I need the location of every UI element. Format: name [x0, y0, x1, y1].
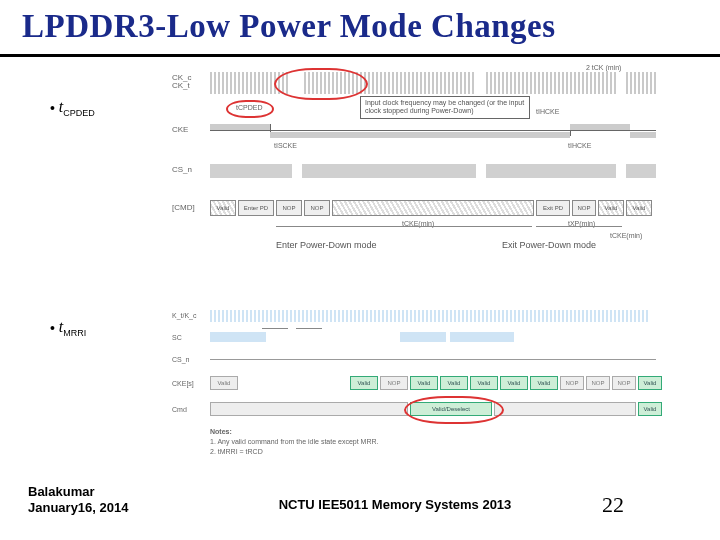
- slide-title: LPDDR3-Low Power Mode Changes: [22, 8, 556, 45]
- d2-track-sc: [210, 332, 656, 342]
- timing-diagram-tcpded: CK_c CK_t 2 tCK (min) CKE tCPDED Input c…: [166, 72, 662, 248]
- d2-track-ck: [210, 310, 656, 320]
- lane-cke: [210, 124, 656, 138]
- d2-label-sc: SC: [172, 334, 182, 341]
- label-tiscke: tISCKE: [274, 142, 297, 149]
- span-tckemin: [276, 226, 532, 227]
- d2-arrow-1: [262, 328, 288, 329]
- d2-label-ck: K_t/K_c: [172, 312, 197, 319]
- highlight-oval-cmd: [404, 396, 504, 424]
- label-tihcke: tIHCKE: [536, 108, 559, 115]
- cmd-nop-3: NOP: [572, 200, 596, 216]
- bullet-tcpded: • tCPDED: [50, 98, 95, 118]
- cmd-nop-1: NOP: [276, 200, 302, 216]
- d2-notes-title: Notes:: [210, 428, 232, 435]
- lane-csn: [210, 164, 656, 178]
- label-2tck: 2 tCK (min): [586, 64, 621, 71]
- bullet-dot-icon: •: [50, 100, 55, 116]
- label-tckemin2: tCKE(min): [610, 232, 642, 239]
- bullet-dot-icon: •: [50, 320, 55, 336]
- bullet2-sub: MRRI: [63, 328, 86, 338]
- page-number: 22: [602, 492, 624, 518]
- cmd-enter-pd: Enter PD: [238, 200, 274, 216]
- bullet1-sub: CPDED: [63, 108, 95, 118]
- label-enter-pd: Enter Power-Down mode: [276, 240, 377, 250]
- bullet-tmrri: • tMRRI: [50, 318, 86, 338]
- d2-arrow-2: [296, 328, 322, 329]
- span-txpmin: [536, 226, 622, 227]
- note-freq-change: Input clock frequency may be changed (or…: [360, 96, 530, 119]
- d2-track-csn: [210, 354, 656, 364]
- d2-track-ckes: Valid Valid NOP Valid Valid Valid Valid …: [210, 376, 656, 386]
- tick-row: [210, 300, 656, 308]
- d2-label-ckes: CKE[s]: [172, 380, 194, 387]
- cmd-exit-pd: Exit PD: [536, 200, 570, 216]
- highlight-oval-ck: [274, 68, 368, 100]
- d2-label-csn: CS_n: [172, 356, 190, 363]
- d2-label-cmd: Cmd: [172, 406, 187, 413]
- slide: LPDDR3-Low Power Mode Changes • tCPDED •…: [0, 0, 720, 540]
- d2-note2: 2. tMRRI = tRCD: [210, 448, 263, 455]
- label-exit-pd: Exit Power-Down mode: [502, 240, 596, 250]
- cmd-valid-1: Valid: [210, 200, 236, 216]
- cmd-valid-2: Valid: [598, 200, 624, 216]
- cmd-valid-3: Valid: [626, 200, 652, 216]
- timing-diagram-tmrri: K_t/K_c SC CS_n CKE[s] Valid Valid NOP V…: [166, 300, 662, 472]
- title-underline: [0, 54, 720, 57]
- label-tiscke2: tIHCKE: [568, 142, 591, 149]
- label-ck: CK_c CK_t: [172, 74, 192, 90]
- label-cke: CKE: [172, 126, 188, 134]
- label-cmd: [CMD]: [172, 204, 195, 212]
- cmd-nop-2: NOP: [304, 200, 330, 216]
- cmd-gap: [332, 200, 534, 216]
- highlight-oval-tcpded: [226, 100, 274, 118]
- label-csn: CS_n: [172, 166, 192, 174]
- d2-note1: 1. Any valid command from the idle state…: [210, 438, 378, 445]
